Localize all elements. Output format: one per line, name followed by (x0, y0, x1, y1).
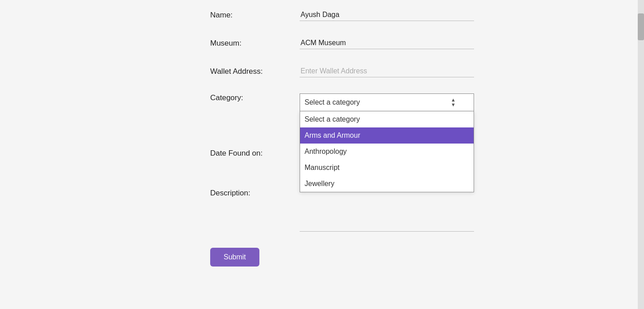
submit-button[interactable]: Submit (210, 248, 259, 267)
name-input[interactable] (300, 9, 474, 21)
category-row: Category: Select a category ▲▼ Select a … (210, 93, 523, 111)
wallet-label: Wallet Address: (210, 67, 300, 76)
submit-row: Submit (210, 248, 523, 267)
form-area: Name: Museum: Wallet Address: Category: … (121, 0, 523, 284)
spinner-icon: ▲▼ (451, 97, 456, 107)
category-select-button[interactable]: Select a category ▲▼ (300, 93, 474, 111)
scrollbar-thumb[interactable] (638, 13, 644, 40)
description-textarea[interactable] (300, 187, 474, 232)
category-option-manuscript[interactable]: Manuscript (300, 160, 474, 176)
wallet-input[interactable] (300, 65, 474, 77)
museum-label: Museum: (210, 39, 300, 48)
category-option-default[interactable]: Select a category (300, 111, 474, 127)
category-container: Select a category ▲▼ Select a category A… (300, 93, 474, 111)
category-label: Category: (210, 93, 300, 102)
page-container: Name: Museum: Wallet Address: Category: … (0, 0, 644, 309)
category-option-anthropology[interactable]: Anthropology (300, 144, 474, 160)
category-select-text: Select a category (305, 98, 360, 106)
museum-input[interactable] (300, 37, 474, 49)
scrollbar[interactable] (638, 0, 644, 309)
description-label: Description: (210, 187, 300, 198)
date-label: Date Found on: (210, 149, 300, 158)
category-dropdown: Select a category Arms and Armour Anthro… (300, 111, 474, 192)
description-row: Description: (210, 187, 523, 232)
museum-row: Museum: (210, 37, 523, 49)
category-option-jewellery[interactable]: Jewellery (300, 176, 474, 192)
name-row: Name: (210, 9, 523, 21)
category-option-arms[interactable]: Arms and Armour (300, 127, 474, 144)
name-label: Name: (210, 11, 300, 20)
wallet-row: Wallet Address: (210, 65, 523, 77)
